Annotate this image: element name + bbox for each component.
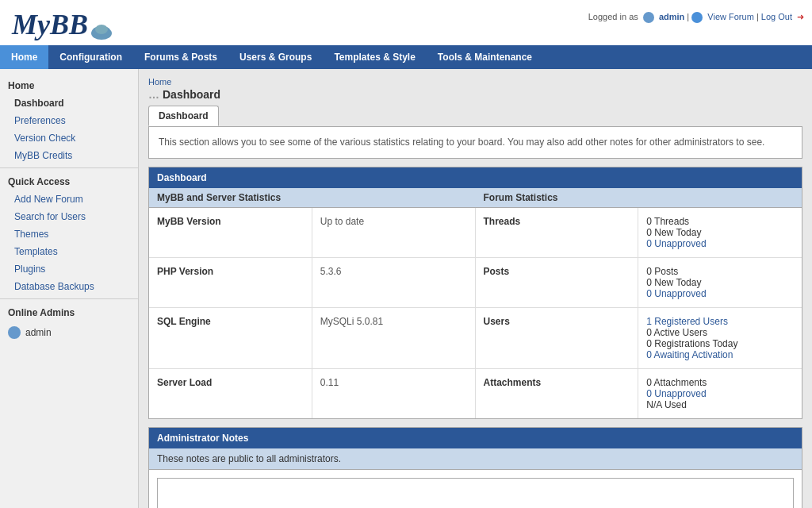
server-load-value: 0.11 <box>312 369 476 418</box>
dashboard-section-header: Dashboard <box>149 167 802 188</box>
top-right-bar: Logged in as admin | View Forum | Log Ou… <box>588 12 804 23</box>
mybb-version-value: Up to date <box>312 208 476 257</box>
nav-templates-style[interactable]: Templates & Style <box>323 45 426 69</box>
users-label: Users <box>476 308 639 368</box>
logo-bb: BB <box>50 9 88 40</box>
logged-in-label: Logged in as <box>588 12 638 21</box>
navbar: Home Configuration Forums & Posts Users … <box>0 45 812 69</box>
sidebar: Home Dashboard Preferences Version Check… <box>0 69 139 508</box>
server-col-header: MyBB and Server Statistics <box>149 188 476 207</box>
breadcrumb-arrow: … <box>148 88 159 101</box>
nav-configuration[interactable]: Configuration <box>48 45 133 69</box>
sidebar-item-database-backups[interactable]: Database Backups <box>0 278 138 295</box>
threads-new-today: 0 <box>646 227 652 238</box>
sidebar-divider-1 <box>0 167 138 168</box>
nav-forums-posts[interactable]: Forums & Posts <box>133 45 228 69</box>
admin-notes-body <box>149 470 802 508</box>
sidebar-item-mybb-credits[interactable]: MyBB Credits <box>0 147 138 164</box>
sql-engine-label: SQL Engine <box>149 308 312 368</box>
threads-label: Threads <box>476 208 639 257</box>
sidebar-item-templates[interactable]: Templates <box>0 243 138 260</box>
view-forum-link[interactable]: View Forum <box>707 12 753 21</box>
posts-value: 0 Posts 0 New Today 0 Unapproved <box>638 258 802 307</box>
site-logo: MyBB <box>12 8 113 41</box>
nav-home[interactable]: Home <box>0 45 48 69</box>
breadcrumb-home[interactable]: Home <box>148 77 171 87</box>
table-row: Server Load 0.11 Attachments 0 Attachmen… <box>149 369 802 418</box>
tab-bar: Dashboard <box>148 106 802 126</box>
attachments-value: 0 Attachments 0 Unapproved N/A Used <box>638 369 802 418</box>
sidebar-section-quick-access: Quick Access <box>0 171 138 190</box>
posts-label: Posts <box>476 258 639 307</box>
content-description: This section allows you to see some of t… <box>159 135 792 150</box>
logo-cloud-icon <box>90 22 113 41</box>
admin-notes-textarea[interactable] <box>157 478 794 508</box>
php-version-label: PHP Version <box>149 258 312 307</box>
users-value: 1 Registered Users 0 Active Users 0 Regi… <box>638 308 802 368</box>
sidebar-divider-2 <box>0 298 138 299</box>
attachments-unapproved-link[interactable]: 0 Unapproved <box>646 388 706 399</box>
table-row: MyBB Version Up to date Threads 0 Thread… <box>149 208 802 258</box>
sidebar-item-preferences[interactable]: Preferences <box>0 112 138 129</box>
globe-icon <box>691 12 703 23</box>
logout-arrow-icon: ➜ <box>797 12 804 22</box>
threads-value: 0 Threads 0 New Today 0 Unapproved <box>638 208 802 257</box>
php-version-value: 5.3.6 <box>312 258 476 307</box>
attachments-label: Attachments <box>476 369 639 418</box>
sidebar-section-online-admins: Online Admins <box>0 302 138 321</box>
sidebar-section-home: Home <box>0 75 138 94</box>
admin-user-link[interactable]: admin <box>659 12 684 21</box>
sidebar-item-add-new-forum[interactable]: Add New Forum <box>0 190 138 208</box>
main-content: Home …Dashboard Dashboard This section a… <box>139 69 812 508</box>
dashboard-subheader: MyBB and Server Statistics Forum Statist… <box>149 188 802 208</box>
threads-total: 0 <box>646 216 652 227</box>
threads-unapproved-link[interactable]: 0 Unapproved <box>646 238 706 249</box>
svg-point-3 <box>95 25 108 34</box>
nav-tools-maintenance[interactable]: Tools & Maintenance <box>427 45 543 69</box>
nav-users-groups[interactable]: Users & Groups <box>228 45 323 69</box>
table-row: SQL Engine MySQLi 5.0.81 Users 1 Registe… <box>149 308 802 369</box>
logo-my: My <box>12 9 50 40</box>
sql-engine-value: MySQLi 5.0.81 <box>312 308 476 368</box>
admin-icon-small <box>643 12 654 23</box>
sidebar-item-themes[interactable]: Themes <box>0 225 138 243</box>
log-out-link[interactable]: Log Out <box>761 12 792 21</box>
table-row: PHP Version 5.3.6 Posts 0 Posts 0 New To… <box>149 258 802 308</box>
admin-avatar-icon <box>8 326 21 339</box>
sidebar-admin-name: admin <box>25 327 52 338</box>
sidebar-item-version-check[interactable]: Version Check <box>0 129 138 147</box>
posts-total: 0 <box>646 266 652 277</box>
server-load-label: Server Load <box>149 369 312 418</box>
breadcrumb-current: …Dashboard <box>148 88 802 101</box>
sidebar-admin-entry: admin <box>0 321 138 344</box>
admin-notes-header: Administrator Notes <box>149 428 802 448</box>
admin-notes-subheader: These notes are public to all administra… <box>149 448 802 470</box>
mybb-version-label: MyBB Version <box>149 208 312 257</box>
tab-dashboard[interactable]: Dashboard <box>148 106 219 126</box>
posts-unapproved-link[interactable]: 0 Unapproved <box>646 288 706 299</box>
content-description-area: This section allows you to see some of t… <box>148 126 802 159</box>
admin-notes-section: Administrator Notes These notes are publ… <box>148 427 802 508</box>
dashboard-section: Dashboard MyBB and Server Statistics For… <box>148 167 802 419</box>
attachments-total: 0 <box>646 377 652 388</box>
active-users: 0 <box>646 327 652 338</box>
attachments-used: N/A <box>646 399 661 410</box>
registered-users-link[interactable]: 1 Registered Users <box>646 316 728 327</box>
sidebar-item-search-users[interactable]: Search for Users <box>0 208 138 225</box>
breadcrumb: Home …Dashboard <box>148 77 802 101</box>
sidebar-item-plugins[interactable]: Plugins <box>0 260 138 278</box>
forum-col-header: Forum Statistics <box>476 188 802 207</box>
sidebar-item-dashboard[interactable]: Dashboard <box>0 94 138 112</box>
posts-new-today: 0 <box>646 277 652 288</box>
awaiting-activation-link[interactable]: 0 Awaiting Activation <box>646 349 733 360</box>
registrations-today: 0 <box>646 338 652 349</box>
